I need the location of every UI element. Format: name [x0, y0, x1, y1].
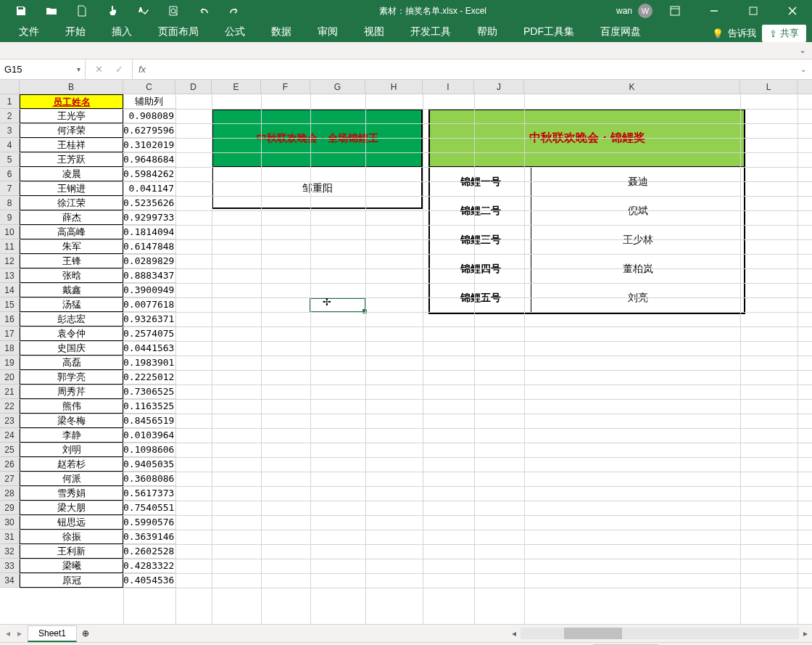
hscroll-thumb[interactable] [564, 628, 622, 639]
qat-new-icon[interactable] [67, 0, 97, 22]
tab-view[interactable]: 视图 [351, 22, 397, 42]
name-box-input[interactable] [4, 64, 62, 75]
share-button[interactable]: ⇪ 共享 [762, 25, 806, 42]
row-header-31[interactable]: 31 [0, 530, 20, 544]
employee-name-cell[interactable]: 汤猛 [20, 297, 123, 312]
aux-value-cell[interactable]: 0.1814094 [123, 225, 175, 239]
aux-value-cell[interactable]: 0.4283322 [123, 559, 175, 573]
row-header-7[interactable]: 7 [0, 181, 20, 196]
col-header-B[interactable]: B [20, 80, 123, 94]
col-header-K[interactable]: K [524, 80, 740, 94]
aux-value-cell[interactable]: 0.3900949 [123, 283, 175, 297]
formula-input[interactable] [152, 64, 795, 75]
row-header-4[interactable]: 4 [0, 138, 20, 152]
aux-value-cell[interactable]: 0.5235626 [123, 196, 175, 210]
hscroll-right-icon[interactable]: ▸ [799, 628, 812, 638]
col-header-D[interactable]: D [175, 80, 212, 94]
aux-value-cell[interactable]: 0.1098606 [123, 443, 175, 457]
employee-name-cell[interactable]: 郭学亮 [20, 370, 123, 385]
row-header-8[interactable]: 8 [0, 196, 20, 210]
aux-value-cell[interactable]: 0.8456519 [123, 414, 175, 428]
row-header-13[interactable]: 13 [0, 268, 20, 283]
maximize-icon[interactable] [737, 0, 770, 22]
employee-name-cell[interactable]: 王光亭 [20, 109, 123, 123]
employee-name-cell[interactable]: 梁大朋 [20, 501, 123, 515]
aux-value-cell[interactable]: 0.7306525 [123, 385, 175, 399]
employee-name-cell[interactable]: 原冠 [20, 573, 123, 588]
row-header-19[interactable]: 19 [0, 356, 20, 370]
aux-value-cell[interactable]: 0.041147 [123, 181, 175, 196]
row-header-20[interactable]: 20 [0, 370, 20, 385]
col-header-E[interactable]: E [212, 80, 261, 94]
col-header-H[interactable]: H [365, 80, 423, 94]
col-header-C[interactable]: C [123, 80, 175, 94]
employee-name-cell[interactable]: 李静 [20, 428, 123, 443]
col-header-G[interactable]: G [310, 80, 365, 94]
add-sheet-button[interactable]: ⊕ [77, 628, 94, 638]
aux-value-cell[interactable]: 0.2602528 [123, 544, 175, 559]
name-box-dropdown-icon[interactable]: ▾ [77, 65, 80, 73]
tab-insert[interactable]: 插入 [99, 22, 145, 42]
tab-home[interactable]: 开始 [52, 22, 99, 42]
aux-value-cell[interactable]: 0.3102019 [123, 138, 175, 152]
col-header-F[interactable]: F [261, 80, 310, 94]
qat-undo-icon[interactable] [188, 0, 219, 22]
employee-name-cell[interactable]: 高高峰 [20, 225, 123, 239]
qat-spell-icon[interactable] [128, 0, 158, 22]
aux-value-cell[interactable]: 0.9299733 [123, 210, 175, 225]
row-header-25[interactable]: 25 [0, 443, 20, 457]
employee-name-cell[interactable]: 何派 [20, 472, 123, 486]
employee-name-cell[interactable]: 何泽荣 [20, 123, 123, 138]
select-all-corner[interactable] [0, 80, 20, 94]
row-header-33[interactable]: 33 [0, 559, 20, 573]
row-header-6[interactable]: 6 [0, 167, 20, 181]
tab-file[interactable]: 文件 [6, 22, 52, 42]
employee-name-cell[interactable]: 钮思远 [20, 515, 123, 530]
aux-value-cell[interactable]: 0.9326371 [123, 312, 175, 326]
tab-review[interactable]: 审阅 [304, 22, 351, 42]
employee-name-cell[interactable]: 张晗 [20, 268, 123, 283]
row-header-27[interactable]: 27 [0, 472, 20, 486]
aux-value-cell[interactable]: 0.0289829 [123, 254, 175, 268]
qat-preview-icon[interactable] [158, 0, 188, 22]
aux-value-cell[interactable]: 0.3639146 [123, 530, 175, 544]
row-header-18[interactable]: 18 [0, 341, 20, 356]
employee-name-cell[interactable]: 熊伟 [20, 399, 123, 414]
employee-name-cell[interactable]: 王钢进 [20, 181, 123, 196]
row-header-14[interactable]: 14 [0, 283, 20, 297]
tab-formulas[interactable]: 公式 [212, 22, 258, 42]
employee-name-cell[interactable]: 刘明 [20, 443, 123, 457]
employee-name-cell[interactable]: 史国庆 [20, 341, 123, 356]
employee-name-cell[interactable]: 王锋 [20, 254, 123, 268]
employee-name-cell[interactable]: 王桂祥 [20, 138, 123, 152]
user-avatar[interactable]: W [638, 4, 652, 18]
row-header-3[interactable]: 3 [0, 123, 20, 138]
aux-value-cell[interactable]: 0.0077618 [123, 297, 175, 312]
sheet-tab-1[interactable]: Sheet1 [28, 625, 77, 642]
qat-redo-icon[interactable] [219, 0, 249, 22]
row-header-1[interactable]: 1 [0, 94, 20, 109]
qat-touch-icon[interactable] [97, 0, 128, 22]
employee-name-cell[interactable]: 凌晨 [20, 167, 123, 181]
name-box[interactable]: ▾ [0, 59, 86, 79]
employee-name-cell[interactable]: 高磊 [20, 356, 123, 370]
employee-name-cell[interactable]: 雪秀娟 [20, 486, 123, 501]
tab-help[interactable]: 帮助 [464, 22, 510, 42]
qat-open-icon[interactable] [36, 0, 67, 22]
aux-value-cell[interactable]: 0.3608086 [123, 472, 175, 486]
row-header-32[interactable]: 32 [0, 544, 20, 559]
employee-name-cell[interactable]: 薛杰 [20, 210, 123, 225]
qat-save-icon[interactable] [6, 0, 36, 22]
row-header-10[interactable]: 10 [0, 225, 20, 239]
row-header-5[interactable]: 5 [0, 152, 20, 167]
employee-name-cell[interactable]: 周秀芹 [20, 385, 123, 399]
ribbon-expand-icon[interactable]: ⌄ [799, 45, 806, 55]
aux-value-cell[interactable]: 0.5984262 [123, 167, 175, 181]
aux-value-cell[interactable]: 0.6279596 [123, 123, 175, 138]
employee-name-cell[interactable]: 袁令仲 [20, 326, 123, 341]
row-header-23[interactable]: 23 [0, 414, 20, 428]
tab-pdf[interactable]: PDF工具集 [510, 22, 587, 42]
accept-formula-icon[interactable]: ✓ [109, 64, 129, 75]
employee-name-cell[interactable]: 梁冬梅 [20, 414, 123, 428]
spreadsheet-grid[interactable]: BCDEFGHIJKL 1234567891011121314151617181… [0, 80, 812, 624]
